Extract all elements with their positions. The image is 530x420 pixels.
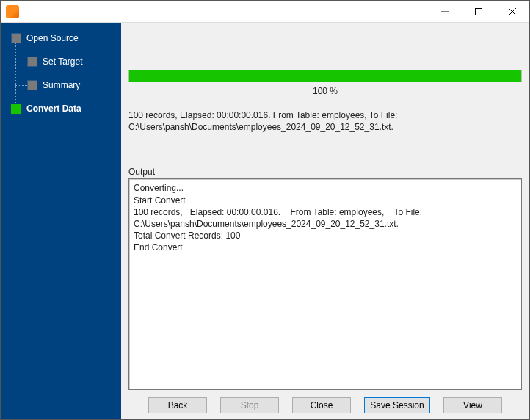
svg-rect-1 [476, 8, 482, 15]
close-button[interactable]: Close [292, 397, 351, 413]
main-panel: 100 % 100 records, Elapsed: 00:00:00.016… [121, 23, 529, 419]
save-session-button[interactable]: Save Session [364, 397, 430, 413]
back-button[interactable]: Back [148, 397, 207, 413]
wizard-sidebar: Open Source Set Target Summary Convert D… [1, 23, 121, 419]
step-open-source[interactable]: Open Source [1, 30, 121, 46]
step-label: Open Source [26, 33, 79, 43]
output-label: Output [128, 167, 522, 177]
step-box-icon [11, 33, 21, 43]
step-box-icon [11, 104, 21, 114]
app-icon [6, 5, 19, 18]
titlebar [1, 1, 529, 23]
stop-button[interactable]: Stop [220, 397, 279, 413]
maximize-button[interactable] [462, 1, 495, 23]
minimize-button[interactable] [428, 1, 462, 23]
close-window-button[interactable] [495, 1, 529, 23]
step-label: Convert Data [26, 104, 81, 114]
button-row: Back Stop Close Save Session View [128, 397, 522, 413]
step-label: Set Target [43, 57, 82, 67]
progress-bar [128, 70, 522, 82]
step-convert-data[interactable]: Convert Data [1, 101, 121, 117]
step-label: Summary [43, 80, 80, 90]
step-set-target[interactable]: Set Target [1, 54, 121, 70]
view-button[interactable]: View [443, 397, 502, 413]
step-summary[interactable]: Summary [1, 77, 121, 93]
conversion-summary: 100 records, Elapsed: 00:00:00.016. From… [128, 109, 522, 133]
progress-percent: 100 % [128, 86, 522, 96]
output-log[interactable]: Converting... Start Convert 100 records,… [128, 178, 522, 390]
step-box-icon [27, 80, 37, 90]
step-box-icon [27, 57, 37, 67]
